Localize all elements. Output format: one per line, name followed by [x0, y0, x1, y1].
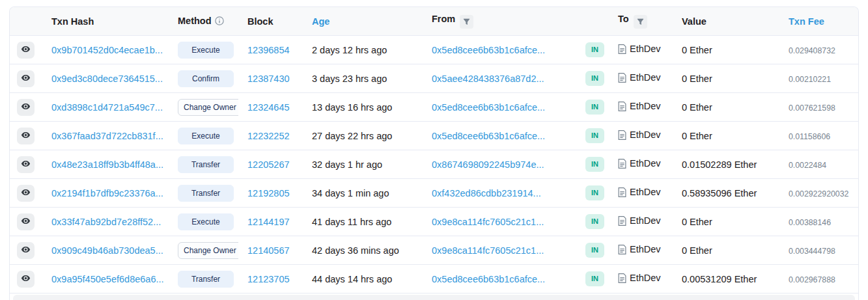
preview-transaction-eye-button[interactable]	[17, 156, 35, 173]
cell-block: 12387430	[238, 64, 303, 93]
cell-age: 32 days 1 hr ago	[303, 150, 423, 179]
from-address-link[interactable]: 0x5ed8cee6b63b1c6afce...	[432, 131, 545, 141]
from-address-link[interactable]: 0x8674698092245b974e...	[432, 159, 544, 170]
txn-hash-link[interactable]: 0x9a95f450e5ef6d8e6a6...	[51, 274, 164, 284]
value-text: 0 Ether	[682, 102, 712, 113]
info-circle-icon[interactable]	[215, 17, 224, 27]
document-file-icon	[618, 131, 626, 142]
header-txn-fee[interactable]: Txn Fee	[779, 7, 858, 36]
preview-transaction-eye-button[interactable]	[17, 242, 35, 259]
txn-fee-text: 0.00388146	[789, 218, 831, 227]
txn-fee-text: 0.0022484	[789, 161, 826, 170]
cell-method: Transfer	[169, 265, 238, 293]
cell-txn-hash: 0x9ed3c80dece7364515...	[42, 64, 169, 93]
txn-hash-link[interactable]: 0x33f47ab92bd7e28ff52...	[51, 217, 161, 227]
header-method: Method	[169, 7, 238, 36]
to-name-link[interactable]: EthDev	[630, 244, 661, 254]
cell-block: 12144197	[238, 208, 303, 236]
cell-direction: IN	[576, 265, 609, 293]
preview-transaction-eye-button[interactable]	[17, 70, 35, 87]
to-filter-button[interactable]	[634, 15, 647, 29]
txn-hash-link[interactable]: 0x367faad37d722cb831f...	[51, 131, 163, 141]
from-address-link[interactable]: 0x5aee428438376a87d2...	[432, 74, 544, 84]
cell-eye	[10, 179, 42, 208]
cell-block: 12140567	[238, 236, 303, 265]
horizontal-scrollbar-track[interactable]	[13, 295, 855, 300]
block-link[interactable]: 12123705	[247, 274, 290, 284]
to-name-link[interactable]: EthDev	[630, 273, 661, 283]
cell-direction: IN	[576, 150, 609, 179]
value-text: 0 Ether	[682, 217, 712, 227]
cell-txn-fee: 0.0022484	[779, 150, 858, 179]
block-link[interactable]: 12232252	[247, 131, 290, 141]
cell-to: EthDev	[609, 150, 673, 179]
from-address-link[interactable]: 0xf432ed86cdbb231914...	[432, 188, 541, 198]
cell-method: Execute	[169, 36, 238, 64]
header-txn-fee-sort-link[interactable]: Txn Fee	[789, 16, 824, 27]
preview-transaction-eye-button[interactable]	[17, 271, 35, 288]
method-badge: Transfer	[178, 271, 234, 288]
header-txn-hash: Txn Hash	[42, 7, 169, 36]
block-link[interactable]: 12324645	[247, 102, 290, 113]
value-text: 0.00531209 Ether	[682, 274, 757, 284]
preview-transaction-eye-button[interactable]	[17, 185, 35, 202]
to-name-link[interactable]: EthDev	[630, 44, 661, 54]
preview-transaction-eye-button[interactable]	[17, 213, 35, 230]
preview-transaction-eye-button[interactable]	[17, 99, 35, 116]
to-name-link[interactable]: EthDev	[630, 130, 661, 140]
preview-transaction-eye-button[interactable]	[17, 42, 35, 59]
txn-hash-link[interactable]: 0x9ed3c80dece7364515...	[51, 74, 163, 84]
cell-to: EthDev	[609, 36, 673, 64]
eye-icon	[21, 130, 31, 142]
eye-icon	[21, 216, 31, 228]
table-row: 0x2194f1b7dfb9c23376a... Transfer 121928…	[10, 179, 858, 208]
txn-hash-link[interactable]: 0xd3898c1d4721a549c7...	[51, 102, 163, 113]
to-name-link[interactable]: EthDev	[630, 72, 661, 83]
eye-icon	[21, 44, 31, 56]
txn-fee-text: 0.00210221	[789, 75, 831, 84]
txn-hash-link[interactable]: 0x9b701452d0c4ecae1b...	[51, 45, 163, 55]
cell-method: Change Owner	[169, 93, 238, 122]
from-address-link[interactable]: 0x9e8ca114fc7605c21c1...	[432, 217, 544, 227]
to-name-link[interactable]: EthDev	[630, 215, 661, 226]
method-badge: Execute	[178, 42, 234, 59]
txn-hash-link[interactable]: 0x909c49b46ab730dea5...	[51, 245, 163, 256]
cell-eye	[10, 150, 42, 179]
cell-txn-fee: 0.002967888	[779, 265, 858, 293]
table-row: 0x48e23a18ff9b3b4ff48a... Transfer 12205…	[10, 150, 858, 179]
preview-transaction-eye-button[interactable]	[17, 128, 35, 144]
header-age[interactable]: Age	[303, 7, 423, 36]
to-name-link[interactable]: EthDev	[630, 187, 661, 197]
block-link[interactable]: 12140567	[247, 245, 290, 256]
method-badge: Execute	[178, 128, 234, 144]
from-address-link[interactable]: 0x5ed8cee6b63b1c6afce...	[432, 45, 545, 55]
block-link[interactable]: 12205267	[247, 159, 290, 170]
cell-direction: IN	[576, 208, 609, 236]
block-link[interactable]: 12144197	[247, 217, 290, 227]
txn-hash-link[interactable]: 0x48e23a18ff9b3b4ff48a...	[51, 159, 163, 170]
cell-direction: IN	[576, 93, 609, 122]
header-age-sort-link[interactable]: Age	[312, 16, 329, 27]
block-link[interactable]: 12192805	[247, 188, 290, 198]
cell-from: 0x5aee428438376a87d2...	[423, 64, 576, 93]
table-row: 0x909c49b46ab730dea5... Change Owner 121…	[10, 236, 858, 265]
cell-age: 27 days 22 hrs ago	[303, 122, 423, 150]
cell-from: 0x5ed8cee6b63b1c6afce...	[423, 93, 576, 122]
method-badge: Execute	[178, 213, 234, 230]
header-to: To	[609, 7, 673, 36]
to-name-link[interactable]: EthDev	[630, 158, 661, 169]
from-filter-button[interactable]	[460, 15, 473, 29]
from-address-link[interactable]: 0x9e8ca114fc7605c21c1...	[432, 245, 544, 256]
to-name-link[interactable]: EthDev	[630, 101, 661, 111]
cell-eye	[10, 64, 42, 93]
block-link[interactable]: 12396854	[247, 45, 290, 55]
age-text: 32 days 1 hr ago	[312, 159, 382, 170]
method-badge: Change Owner	[178, 242, 238, 259]
txn-hash-link[interactable]: 0x2194f1b7dfb9c23376a...	[51, 188, 163, 198]
cell-to: EthDev	[609, 122, 673, 150]
block-link[interactable]: 12387430	[247, 74, 290, 84]
from-address-link[interactable]: 0x5ed8cee6b63b1c6afce...	[432, 102, 545, 113]
value-text: 0.01502289 Ether	[682, 159, 757, 170]
cell-txn-hash: 0xd3898c1d4721a549c7...	[42, 93, 169, 122]
from-address-link[interactable]: 0x5ed8cee6b63b1c6afce...	[432, 274, 545, 284]
